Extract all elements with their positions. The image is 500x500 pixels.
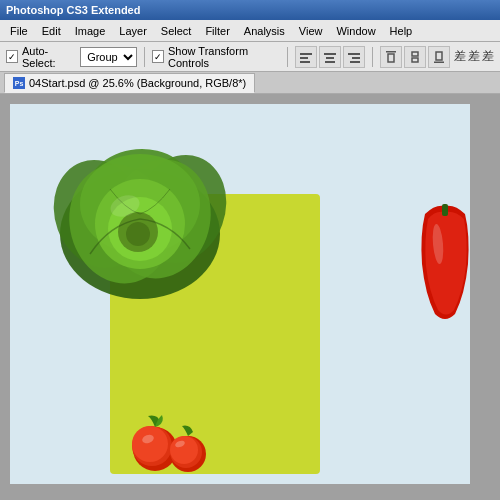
svg-rect-3: [324, 53, 336, 55]
menu-help[interactable]: Help: [384, 23, 419, 39]
svg-rect-8: [350, 61, 360, 63]
tomato-bottom: [130, 404, 210, 474]
auto-select-dropdown[interactable]: Group Layer: [80, 47, 137, 67]
separator-3: [372, 47, 373, 67]
menu-bar: File Edit Image Layer Select Filter Anal…: [0, 20, 500, 42]
title-bar: Photoshop CS3 Extended: [0, 0, 500, 20]
distribute-top-icon[interactable]: [380, 46, 402, 68]
menu-view[interactable]: View: [293, 23, 329, 39]
separator-1: [144, 47, 145, 67]
distribute-icons: [380, 46, 450, 68]
svg-rect-10: [388, 54, 394, 62]
svg-rect-2: [300, 61, 310, 63]
menu-filter[interactable]: Filter: [199, 23, 235, 39]
svg-rect-7: [352, 57, 360, 59]
svg-rect-13: [434, 61, 444, 63]
app-title: Photoshop CS3 Extended: [6, 4, 140, 16]
cjk-char-2: 差: [468, 48, 480, 65]
transform-label: Show Transform Controls: [168, 45, 280, 69]
transform-checkbox[interactable]: ✓: [152, 50, 164, 63]
menu-file[interactable]: File: [4, 23, 34, 39]
separator-2: [287, 47, 288, 67]
svg-rect-9: [386, 51, 396, 53]
menu-window[interactable]: Window: [330, 23, 381, 39]
svg-rect-4: [326, 57, 334, 59]
svg-rect-5: [325, 61, 335, 63]
cjk-char-1: 差: [454, 48, 466, 65]
menu-analysis[interactable]: Analysis: [238, 23, 291, 39]
align-right-icon[interactable]: [343, 46, 365, 68]
auto-select-label: Auto-Select:: [22, 45, 76, 69]
svg-rect-11: [412, 52, 418, 56]
toolbar: ✓ Auto-Select: Group Layer ✓ Show Transf…: [0, 42, 500, 72]
tab-filename: 04Start.psd @ 25.6% (Background, RGB/8*): [29, 77, 246, 89]
distribute-mid-icon[interactable]: [404, 46, 426, 68]
align-left-icon[interactable]: [295, 46, 317, 68]
lettuce-image: [50, 134, 230, 314]
menu-select[interactable]: Select: [155, 23, 198, 39]
svg-rect-36: [442, 204, 448, 216]
svg-point-25: [126, 222, 150, 246]
svg-point-29: [132, 426, 168, 462]
svg-rect-6: [348, 53, 360, 55]
svg-rect-14: [436, 52, 442, 60]
auto-select-checkbox[interactable]: ✓: [6, 50, 18, 63]
distribute-bottom-icon[interactable]: [428, 46, 450, 68]
document-tab[interactable]: Ps 04Start.psd @ 25.6% (Background, RGB/…: [4, 73, 255, 93]
align-center-icon[interactable]: [319, 46, 341, 68]
ps-icon: Ps: [13, 77, 25, 89]
menu-layer[interactable]: Layer: [113, 23, 153, 39]
toolbar-right-icons: 差 差 差: [454, 48, 494, 65]
tab-bar: Ps 04Start.psd @ 25.6% (Background, RGB/…: [0, 72, 500, 94]
svg-rect-12: [412, 58, 418, 62]
menu-image[interactable]: Image: [69, 23, 112, 39]
menu-edit[interactable]: Edit: [36, 23, 67, 39]
align-icons: [295, 46, 365, 68]
cjk-char-3: 差: [482, 48, 494, 65]
canvas-area: [0, 94, 500, 500]
svg-rect-0: [300, 53, 312, 55]
document-canvas: [10, 104, 470, 484]
svg-point-33: [170, 436, 198, 464]
red-pepper-right: [420, 204, 470, 324]
svg-rect-1: [300, 57, 308, 59]
